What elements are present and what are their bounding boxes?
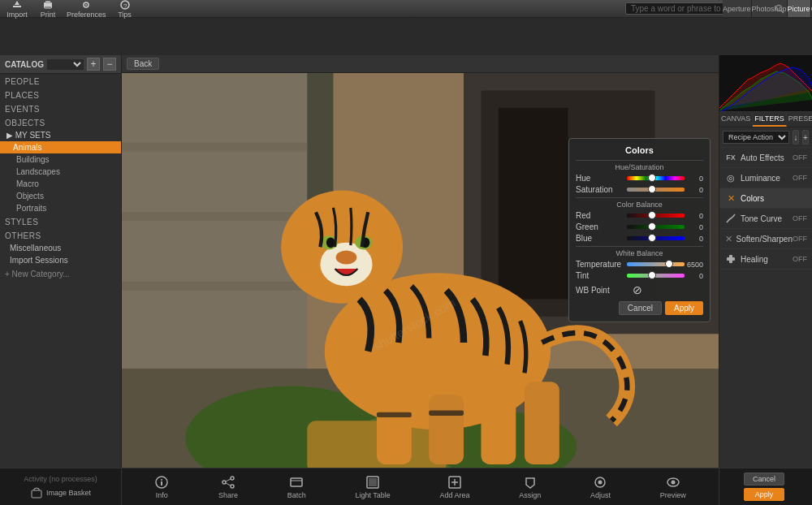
svg-point-64 bbox=[222, 481, 226, 484]
tab-canvas[interactable]: CANVAS bbox=[719, 112, 753, 127]
svg-point-30 bbox=[336, 250, 357, 264]
svg-rect-19 bbox=[122, 212, 307, 221]
status-cancel-button[interactable]: Cancel bbox=[744, 473, 784, 486]
saturation-label: Saturation bbox=[576, 185, 624, 194]
my-sets-item[interactable]: ▶ MY SETS bbox=[0, 129, 121, 141]
tint-slider[interactable] bbox=[627, 274, 685, 278]
tab-presets[interactable]: PRESETS bbox=[787, 112, 812, 127]
svg-point-33 bbox=[326, 237, 335, 248]
preview-button[interactable]: Preview bbox=[660, 475, 686, 499]
panel-toolbar: Recipe Action ↓ + bbox=[719, 127, 812, 148]
colors-cancel-button[interactable]: Cancel bbox=[619, 301, 662, 315]
catalog-header: CATALOG + − bbox=[0, 55, 121, 74]
blue-row: Blue 0 bbox=[576, 234, 703, 243]
svg-rect-68 bbox=[291, 478, 302, 486]
share-button[interactable]: Share bbox=[218, 475, 238, 499]
temperature-slider[interactable] bbox=[627, 262, 685, 266]
blue-slider[interactable] bbox=[627, 236, 685, 240]
section-objects: OBJECTS bbox=[0, 115, 121, 129]
import-sessions-item[interactable]: Import Sessions bbox=[0, 254, 121, 266]
recipe-select[interactable]: Recipe Action bbox=[723, 131, 789, 144]
main-layout: CATALOG + − PEOPLE PLACES EVENTS OBJECTS… bbox=[0, 55, 812, 505]
svg-line-67 bbox=[226, 483, 231, 486]
filter-auto-effects[interactable]: FX Auto Effects OFF bbox=[719, 148, 812, 168]
new-category-button[interactable]: + New Category... bbox=[0, 266, 121, 282]
status-apply-button[interactable]: Apply bbox=[744, 488, 784, 501]
colors-apply-button[interactable]: Apply bbox=[665, 301, 703, 315]
filter-luminance[interactable]: ◎ Luminance OFF bbox=[719, 168, 812, 188]
tab-picture[interactable]: Picture bbox=[788, 0, 811, 18]
saturation-value: 0 bbox=[687, 186, 703, 194]
tint-row: Tint 0 bbox=[576, 271, 703, 280]
filter-soften-sharpen[interactable]: ✕ Soften/Sharpen OFF bbox=[719, 229, 812, 249]
section-places: PLACES bbox=[0, 88, 121, 101]
remove-catalog-button[interactable]: − bbox=[103, 58, 116, 71]
blue-value: 0 bbox=[687, 235, 703, 243]
download-icon[interactable]: ↓ bbox=[793, 130, 799, 145]
luminance-icon: ◎ bbox=[724, 171, 737, 184]
preferences-button[interactable]: Preferences bbox=[67, 0, 106, 19]
svg-line-10 bbox=[781, 11, 784, 13]
green-row: Green 0 bbox=[576, 222, 703, 231]
filter-colors[interactable]: ✕ Colors bbox=[719, 188, 812, 209]
white-balance-title: White Balance bbox=[576, 246, 703, 257]
status-bar: Activity (no processes) Image Basket Inf… bbox=[0, 468, 812, 505]
svg-text:?: ? bbox=[123, 2, 127, 10]
tiger-image: shutterstock.com Colors Hue/Saturation H… bbox=[122, 73, 719, 490]
red-value: 0 bbox=[687, 212, 703, 220]
tips-button[interactable]: ? Tips bbox=[113, 0, 137, 19]
macro-item[interactable]: Macro bbox=[0, 178, 121, 190]
svg-rect-18 bbox=[122, 143, 307, 152]
status-main: Info Share Batch Light Table Add Area As… bbox=[122, 475, 719, 499]
saturation-slider[interactable] bbox=[627, 188, 685, 192]
svg-line-66 bbox=[226, 479, 231, 481]
cancel-apply-area: Cancel Apply bbox=[744, 473, 788, 501]
tab-aperture[interactable]: Aperture bbox=[723, 0, 752, 18]
add-area-status-button[interactable]: Add Area bbox=[440, 475, 470, 499]
hue-saturation-title: Hue/Saturation bbox=[576, 160, 703, 171]
import-button[interactable]: Import bbox=[5, 0, 29, 19]
filter-healing[interactable]: Healing OFF bbox=[719, 249, 812, 270]
batch-button[interactable]: Batch bbox=[287, 475, 306, 499]
svg-rect-58 bbox=[727, 257, 735, 261]
objects-item[interactable]: Objects bbox=[0, 190, 121, 202]
wb-point-label: WB Point bbox=[576, 286, 624, 295]
assign-button[interactable]: Assign bbox=[519, 475, 541, 499]
saturation-row: Saturation 0 bbox=[576, 185, 703, 194]
image-basket[interactable]: Image Basket bbox=[30, 486, 91, 499]
red-slider[interactable] bbox=[627, 214, 685, 218]
basket-icon bbox=[30, 486, 43, 499]
filter-tone-curve[interactable]: Tone Curve OFF bbox=[719, 209, 812, 229]
hue-slider[interactable] bbox=[627, 176, 685, 180]
catalog-label: CATALOG bbox=[5, 60, 44, 69]
add-catalog-button[interactable]: + bbox=[87, 58, 100, 71]
wb-eyedropper-icon[interactable]: ⊘ bbox=[633, 283, 642, 296]
temperature-label: Temperature bbox=[576, 260, 624, 269]
svg-point-9 bbox=[776, 5, 782, 11]
section-people: PEOPLE bbox=[0, 74, 121, 88]
svg-marker-1 bbox=[15, 1, 19, 5]
colors-panel: Colors Hue/Saturation Hue 0 Saturation 0… bbox=[568, 138, 710, 322]
svg-point-76 bbox=[598, 480, 603, 484]
soften-icon: ✕ bbox=[724, 232, 733, 245]
colors-icon: ✕ bbox=[724, 192, 737, 205]
landscapes-item[interactable]: Landscapes bbox=[0, 166, 121, 178]
add-filter-button[interactable]: + bbox=[802, 130, 809, 145]
tab-filters[interactable]: FILTERS bbox=[753, 112, 786, 127]
svg-point-65 bbox=[231, 485, 234, 488]
animals-item[interactable]: Animals bbox=[0, 141, 121, 153]
left-sidebar: CATALOG + − PEOPLE PLACES EVENTS OBJECTS… bbox=[0, 55, 122, 505]
catalog-select[interactable] bbox=[47, 59, 84, 70]
adjust-button[interactable]: Adjust bbox=[590, 475, 611, 499]
temperature-row: Temperature 6500 bbox=[576, 260, 703, 269]
light-table-button[interactable]: Light Table bbox=[355, 475, 390, 499]
image-canvas: shutterstock.com Colors Hue/Saturation H… bbox=[122, 73, 719, 490]
buildings-item[interactable]: Buildings bbox=[0, 153, 121, 166]
back-button[interactable]: Back bbox=[127, 58, 159, 70]
portraits-item[interactable]: Portraits bbox=[0, 202, 121, 214]
wb-point-row: WB Point ⊘ bbox=[576, 283, 703, 296]
green-slider[interactable] bbox=[627, 225, 685, 229]
miscellaneous-item[interactable]: Miscellaneous bbox=[0, 242, 121, 254]
info-button[interactable]: Info bbox=[154, 475, 169, 499]
print-button[interactable]: Print bbox=[36, 0, 60, 19]
